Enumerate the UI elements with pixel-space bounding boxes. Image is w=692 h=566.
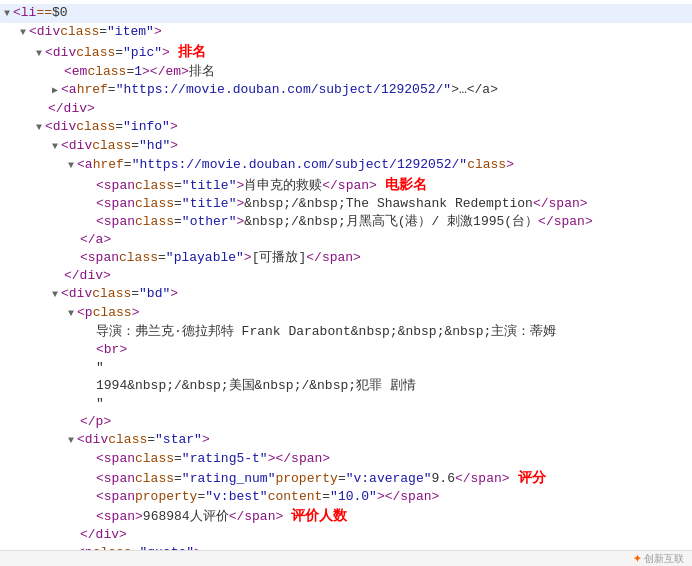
code-token: "hd" <box>139 137 170 155</box>
code-token: <div <box>45 44 76 62</box>
tree-arrow-icon[interactable]: ▼ <box>20 24 26 42</box>
code-line: 1994&nbsp;/&nbsp;美国&nbsp;/&nbsp;犯罪 剧情 <box>0 377 692 395</box>
code-line: <br> <box>0 341 692 359</box>
code-token: > <box>236 195 244 213</box>
code-token: class <box>87 63 126 81</box>
tree-arrow-icon[interactable]: ▼ <box>68 305 74 323</box>
code-line: 导演：弗兰克·德拉邦特 Frank Darabont&nbsp;&nbsp;&n… <box>0 323 692 341</box>
code-line: ▼<p class="quote"> <box>0 544 692 550</box>
code-token: "title" <box>182 177 237 195</box>
code-line: <span class="title">肖申克的救赎</span>电影名 <box>0 175 692 195</box>
code-token: >…</a> <box>451 81 498 99</box>
tree-arrow-icon[interactable]: ▼ <box>68 545 74 550</box>
code-line: <span class="rating5-t"></span> <box>0 450 692 468</box>
code-token: <div <box>61 137 92 155</box>
code-token: class <box>467 156 506 174</box>
code-token: = <box>322 488 330 506</box>
code-token: "playable" <box>166 249 244 267</box>
tree-arrow-icon[interactable]: ▼ <box>52 286 58 304</box>
code-line: " <box>0 395 692 413</box>
code-line: <span>968984人评价</span>评价人数 <box>0 506 692 526</box>
tree-arrow-icon[interactable]: ▼ <box>4 5 10 23</box>
code-token: <div <box>45 118 76 136</box>
code-token: class <box>76 118 115 136</box>
code-token: = <box>99 23 107 41</box>
code-line: ▼<a href="https://movie.douban.com/subje… <box>0 156 692 175</box>
code-token: <li <box>13 4 36 22</box>
tree-arrow-icon[interactable]: ▼ <box>68 432 74 450</box>
code-token: <div <box>77 431 108 449</box>
code-token: = <box>126 63 134 81</box>
code-line: <span class="playable">[可播放]</span> <box>0 249 692 267</box>
code-token: class <box>93 304 132 322</box>
code-token: class <box>135 450 174 468</box>
code-token: "v:average" <box>346 470 432 488</box>
code-token: = <box>115 118 123 136</box>
code-token: <span <box>96 508 135 526</box>
code-token: = <box>124 156 132 174</box>
code-token: > <box>202 431 210 449</box>
code-token: <span <box>80 249 119 267</box>
code-token: > <box>236 213 244 231</box>
code-token: "https://movie.douban.com/subject/129205… <box>132 156 467 174</box>
code-token: "10.0" <box>330 488 377 506</box>
code-annotation: 排名 <box>178 42 206 60</box>
code-token: > <box>506 156 514 174</box>
code-token: <span <box>96 470 135 488</box>
code-token: class <box>135 213 174 231</box>
code-token: = <box>197 488 205 506</box>
code-token: </p> <box>80 413 111 431</box>
code-token: class <box>92 137 131 155</box>
code-token: > <box>135 508 143 526</box>
code-annotation: 电影名 <box>385 175 427 193</box>
bottom-bar: ✦ 创新互联 <box>0 550 692 566</box>
code-annotation: 评价人数 <box>291 506 347 524</box>
code-token: > <box>194 544 202 550</box>
code-token: class <box>119 249 158 267</box>
code-token: = <box>338 470 346 488</box>
code-token: </span> <box>538 213 593 231</box>
tree-arrow-icon[interactable]: ▼ <box>36 45 42 63</box>
code-token: content <box>268 488 323 506</box>
tree-arrow-icon[interactable]: ▼ <box>68 157 74 175</box>
code-line: </div> <box>0 100 692 118</box>
code-token: $0 <box>52 4 68 22</box>
code-token: > <box>268 450 276 468</box>
code-token: "v:best" <box>205 488 267 506</box>
tree-arrow-icon[interactable]: ▼ <box>36 119 42 137</box>
code-token: </div> <box>64 267 111 285</box>
code-token: <div <box>61 285 92 303</box>
code-line: <span class="other">&nbsp;/&nbsp;月黑高飞(港）… <box>0 213 692 231</box>
code-token: 9.6 <box>432 470 455 488</box>
code-token: " <box>96 359 104 377</box>
code-token: "title" <box>182 195 237 213</box>
code-token: 968984人评价 <box>143 508 229 526</box>
tree-arrow-icon[interactable]: ▼ <box>52 138 58 156</box>
code-token: > <box>142 63 150 81</box>
code-line: <span class="rating_num" property="v:ave… <box>0 468 692 488</box>
code-token: = <box>174 213 182 231</box>
code-line: ▼<div class="pic">排名 <box>0 42 692 63</box>
code-token: > <box>154 23 162 41</box>
code-token: "quote" <box>139 544 194 550</box>
code-line: </div> <box>0 267 692 285</box>
code-token: = <box>131 285 139 303</box>
code-token: 肖申克的救赎 <box>244 177 322 195</box>
code-token: " <box>96 395 104 413</box>
code-line: ▼<div class="bd"> <box>0 285 692 304</box>
code-token: href <box>93 156 124 174</box>
code-line: ▼<div class="info"> <box>0 118 692 137</box>
code-token: > <box>244 249 252 267</box>
code-token: </span> <box>306 249 361 267</box>
code-token: 导演：弗兰克·德拉邦特 Frank Darabont&nbsp;&nbsp;&n… <box>96 323 556 341</box>
code-token: class <box>93 544 132 550</box>
code-token: "pic" <box>123 44 162 62</box>
code-token: </div> <box>80 526 127 544</box>
code-token: property <box>275 470 337 488</box>
code-token: == <box>36 4 52 22</box>
code-token: <span <box>96 450 135 468</box>
tree-arrow-icon[interactable]: ▶ <box>52 82 58 100</box>
code-token: "https://movie.douban.com/subject/129205… <box>116 81 451 99</box>
code-token: &nbsp;/&nbsp;月黑高飞(港）/ 刺激1995(台） <box>244 213 538 231</box>
code-token: class <box>60 23 99 41</box>
